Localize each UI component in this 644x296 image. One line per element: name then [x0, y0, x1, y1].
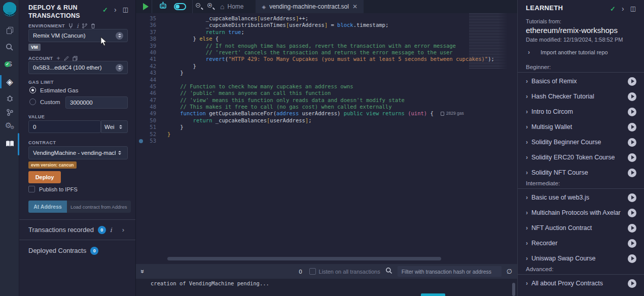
run-script-icon[interactable]	[143, 3, 149, 10]
deploy-run-icon[interactable]: ◈	[0, 74, 19, 89]
tab-home[interactable]: ⌂ Home	[220, 3, 243, 11]
line-number[interactable]: 47	[136, 97, 167, 104]
code-line[interactable]: 35 _cupcakeBalances[userAddress]++;	[136, 15, 517, 22]
transactions-info-icon[interactable]: i	[110, 226, 112, 234]
terminal-expand-icon[interactable]: »	[139, 270, 147, 273]
editor-minimap[interactable]	[469, 13, 510, 69]
play-tutorial-icon[interactable]	[628, 193, 636, 202]
line-number[interactable]: 41	[136, 56, 167, 62]
play-tutorial-icon[interactable]	[628, 92, 636, 101]
line-number[interactable]: 40	[136, 49, 167, 56]
play-tutorial-icon[interactable]	[628, 239, 636, 248]
transaction-filter-input[interactable]	[398, 266, 502, 277]
publish-ipfs-row[interactable]: Publish to IPFS	[28, 186, 78, 192]
deployed-contracts-section[interactable]: Deployed Contracts 0	[19, 240, 135, 261]
terminal-output[interactable]: creation of VendingMachine pending...	[136, 279, 517, 296]
debug-button-partial[interactable]	[421, 293, 445, 296]
environment-info-icon[interactable]: i	[77, 22, 79, 29]
line-number[interactable]: 52	[136, 131, 167, 138]
delete-states-icon[interactable]	[91, 23, 95, 28]
solidity-compiler-icon[interactable]: S✓	[0, 56, 19, 71]
code-line[interactable]: 53	[136, 138, 517, 144]
play-tutorial-icon[interactable]	[628, 123, 636, 131]
publish-ipfs-checkbox[interactable]	[28, 186, 35, 192]
copilot-toggle[interactable]	[174, 3, 186, 10]
tutorial-item[interactable]: ›All about Proxy Contracts	[518, 276, 644, 291]
learneth-book-icon[interactable]	[0, 136, 19, 151]
code-line[interactable]: 49 function getCupcakeBalanceFor(address…	[136, 110, 517, 117]
edit-account-icon[interactable]	[64, 56, 69, 61]
at-address-input[interactable]	[67, 201, 131, 213]
transactions-expand-icon[interactable]: ›	[122, 226, 124, 234]
line-number[interactable]: 46	[136, 90, 167, 96]
play-tutorial-icon[interactable]	[628, 108, 636, 116]
play-tutorial-icon[interactable]	[628, 224, 636, 233]
environment-select[interactable]: Remix VM (Cancun)	[28, 29, 128, 42]
terminal-scrollbar[interactable]	[512, 283, 515, 296]
code-line[interactable]: 48 // This makes it free to call (no gas…	[136, 104, 517, 110]
tutorial-item[interactable]: ›Intro to Circom	[518, 104, 644, 119]
code-line[interactable]: 46 // 'public' means anyone can call thi…	[136, 90, 517, 96]
play-tutorial-icon[interactable]	[628, 209, 636, 217]
copy-account-icon[interactable]	[73, 56, 78, 61]
tutorial-item[interactable]: ›Basics of Remix	[518, 74, 644, 89]
import-tutorial-repo[interactable]: › Import another tutorial repo	[528, 49, 608, 56]
line-number[interactable]: 49	[136, 110, 167, 117]
line-number[interactable]: 36	[136, 22, 167, 28]
line-number[interactable]: 53	[136, 138, 167, 144]
fork-state-icon[interactable]	[68, 23, 73, 28]
tutorial-item[interactable]: ›Uniswap Swap Course	[518, 251, 644, 266]
line-number[interactable]: 39	[136, 43, 167, 49]
value-input[interactable]	[28, 120, 101, 133]
play-tutorial-icon[interactable]	[628, 138, 636, 147]
play-tutorial-icon[interactable]	[628, 153, 636, 162]
code-line[interactable]: 36 _cupcakeDistributionTimes[userAddress…	[136, 22, 517, 28]
tutorial-item[interactable]: ›Hash Checker Tutorial	[518, 89, 644, 104]
play-tutorial-icon[interactable]	[628, 254, 636, 263]
learneth-pin-icon[interactable]: ◫	[630, 5, 636, 12]
editor-horizontal-scrollbar[interactable]	[167, 257, 441, 260]
transactions-recorded-section[interactable]: Transactions recorded 0 i ›	[19, 219, 135, 240]
tutorial-item[interactable]: ›Solidity Beginner Course	[518, 135, 644, 150]
play-tutorial-icon[interactable]	[628, 169, 636, 177]
code-line[interactable]: 39 // If not enough time has passed, rev…	[136, 43, 517, 49]
line-number[interactable]: 38	[136, 36, 167, 42]
code-line[interactable]: 41 revert("HTTP 429: Too Many Cupcakes (…	[136, 56, 517, 62]
listen-all-row[interactable]: Listen on all transactions	[309, 268, 380, 275]
line-number[interactable]: 48	[136, 104, 167, 110]
tutorial-item[interactable]: ›NFT Auction Contract	[518, 220, 644, 236]
tutorial-item[interactable]: ›Solidity ERC20 Token Course	[518, 150, 644, 165]
code-line[interactable]: 47 // 'view' means this function only re…	[136, 97, 517, 104]
line-number[interactable]: 37	[136, 29, 167, 36]
tutorial-item[interactable]: ›Basic use of web3.js	[518, 190, 644, 205]
play-tutorial-icon[interactable]	[628, 77, 636, 86]
line-number[interactable]: 43	[136, 70, 167, 76]
close-tab-icon[interactable]: ✕	[352, 3, 357, 10]
collapse-panel-icon[interactable]: ›	[114, 6, 117, 14]
zoom-in-icon[interactable]: +	[207, 3, 215, 11]
tutorial-item[interactable]: ›Solidity NFT Course	[518, 165, 644, 180]
tutorial-item[interactable]: ›Multisig Wallet	[518, 119, 644, 135]
play-tutorial-icon[interactable]	[628, 279, 636, 288]
code-line[interactable]: 37 return true;	[136, 29, 517, 36]
custom-gas-radio[interactable]	[29, 98, 36, 105]
search-icon[interactable]	[0, 40, 19, 55]
code-line[interactable]: 50 return _cupcakeBalances[userAddress];	[136, 117, 517, 124]
code-line[interactable]: 40 // 'revert' cancels the transaction a…	[136, 49, 517, 56]
ai-copilot-icon[interactable]	[159, 2, 167, 12]
line-number[interactable]: 45	[136, 83, 167, 90]
file-explorer-icon[interactable]	[0, 22, 19, 38]
custom-gas-option[interactable]: Custom	[29, 98, 60, 105]
code-line[interactable]: 45 // Function to check how many cupcake…	[136, 83, 517, 90]
pin-panel-icon[interactable]: ◫	[123, 6, 128, 13]
at-address-button[interactable]: At Address	[28, 201, 67, 213]
value-unit-select[interactable]: Wei	[101, 120, 128, 133]
plugin-manager-icon[interactable]: ⚙⚙	[0, 118, 19, 133]
clear-console-icon[interactable]: ∅	[507, 268, 512, 275]
contract-select[interactable]: VendingMachine - vending-machin	[28, 146, 128, 159]
line-number[interactable]: 44	[136, 77, 167, 83]
code-line[interactable]: 43 }	[136, 70, 517, 76]
breakpoint-dot[interactable]	[139, 139, 143, 143]
line-number[interactable]: 42	[136, 63, 167, 70]
tutorial-item[interactable]: ›Recorder	[518, 236, 644, 251]
